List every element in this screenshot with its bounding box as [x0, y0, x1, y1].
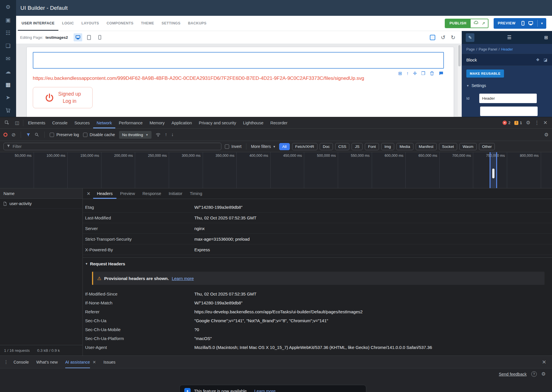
- component-icon[interactable]: ❖: [536, 57, 540, 62]
- page-canvas[interactable]: ⊞ ↑ ✛ ❐ https://eu.backendlessappcontent…: [16, 44, 462, 117]
- help-icon[interactable]: ?: [531, 371, 537, 377]
- toast-learn-more-link[interactable]: Learn more: [254, 389, 275, 392]
- export-har-icon[interactable]: ↓: [171, 132, 174, 138]
- database-icon[interactable]: ☷: [5, 29, 12, 36]
- device-desktop-button[interactable]: [74, 33, 82, 41]
- filter-field[interactable]: [3, 143, 221, 150]
- redo-icon[interactable]: ↻: [451, 34, 455, 41]
- filter-toggle-icon[interactable]: [26, 133, 30, 137]
- details-tab-headers[interactable]: Headers: [93, 188, 116, 199]
- details-tab-response[interactable]: Response: [139, 188, 165, 199]
- add-block-icon[interactable]: ⊞: [398, 71, 402, 76]
- settings-section-toggle[interactable]: ▼ Settings: [462, 82, 552, 90]
- chip-socket[interactable]: Socket: [439, 143, 457, 150]
- tab-backups[interactable]: BACKUPS: [184, 16, 210, 31]
- timeline-selection-right-handle[interactable]: [496, 152, 497, 188]
- network-overview-timeline[interactable]: 50,000 ms 100,000 ms 150,000 ms 200,000 …: [0, 152, 552, 188]
- more-filters-button[interactable]: More filters ▼: [251, 144, 276, 149]
- network-conditions-icon[interactable]: [156, 132, 161, 137]
- tab-console[interactable]: Console: [49, 117, 71, 128]
- tab-memory[interactable]: Memory: [146, 117, 168, 128]
- marketplace-icon[interactable]: [5, 107, 12, 114]
- chip-other[interactable]: Other: [479, 143, 495, 150]
- details-tab-timing[interactable]: Timing: [186, 188, 206, 199]
- launch-icon[interactable]: ➤: [5, 94, 12, 101]
- kebab-menu-icon[interactable]: ⋮: [534, 120, 539, 126]
- tab-logic[interactable]: LOGIC: [58, 16, 78, 31]
- close-details-icon[interactable]: ✕: [84, 188, 93, 199]
- tab-sources[interactable]: Sources: [71, 117, 93, 128]
- move-icon[interactable]: ✛: [413, 71, 417, 76]
- chip-all[interactable]: All: [279, 143, 290, 150]
- id-input[interactable]: Header: [479, 94, 537, 103]
- selected-header-block[interactable]: [33, 52, 444, 69]
- device-phone-button[interactable]: [95, 33, 104, 41]
- chip-doc[interactable]: Doc: [320, 143, 333, 150]
- send-feedback-link[interactable]: Send feedback: [499, 372, 527, 376]
- next-property-input[interactable]: [480, 107, 538, 116]
- chip-wasm[interactable]: Wasm: [459, 143, 477, 150]
- drawer-menu-icon[interactable]: ⋮: [2, 356, 10, 368]
- drawer-tab-console[interactable]: Console: [10, 356, 32, 368]
- panel-menu-icon[interactable]: ☰: [507, 34, 511, 40]
- style-brush-icon[interactable]: ✎: [466, 33, 474, 42]
- close-tab-icon[interactable]: ✕: [93, 360, 96, 364]
- cloud-icon[interactable]: ☁: [5, 68, 12, 75]
- preview-desktop-icon[interactable]: [526, 21, 535, 26]
- learn-more-link[interactable]: Learn more: [172, 276, 194, 281]
- chip-js[interactable]: JS: [352, 143, 363, 150]
- request-headers-section-toggle[interactable]: ▼ Request Headers: [83, 257, 552, 270]
- network-settings-icon[interactable]: ⚙: [544, 132, 549, 138]
- clear-network-log-icon[interactable]: ⊘: [12, 132, 16, 138]
- files-icon[interactable]: ❏: [5, 42, 12, 49]
- throttling-select[interactable]: No throttling ▼: [119, 131, 152, 139]
- devtools-settings-icon[interactable]: ⚙: [526, 120, 530, 126]
- drawer-tab-issues[interactable]: Issues: [100, 356, 119, 368]
- request-row-user-activity[interactable]: user-activity: [0, 199, 83, 209]
- open-in-new-icon[interactable]: ↗: [482, 21, 485, 26]
- chip-manifest[interactable]: Manifest: [416, 143, 437, 150]
- preview-button[interactable]: PREVIEW: [494, 21, 520, 25]
- timeline-scrubber-handle[interactable]: [492, 169, 494, 178]
- tab-network[interactable]: Network: [93, 117, 115, 128]
- publish-button[interactable]: PUBLISH: [445, 19, 470, 28]
- drawer-close-icon[interactable]: ✕: [542, 356, 550, 368]
- disable-cache-checkbox[interactable]: Disable cache: [83, 132, 115, 137]
- breadcrumb-page-panel[interactable]: Page Panel: [479, 47, 497, 51]
- undo-icon[interactable]: ↺: [441, 34, 445, 41]
- cloud-upload-icon[interactable]: [474, 20, 479, 26]
- drawer-tab-ai-assistance[interactable]: AI assistance ✕: [62, 356, 100, 368]
- tab-settings[interactable]: SETTINGS: [158, 16, 184, 31]
- timeline-selection-left-handle[interactable]: [490, 152, 490, 188]
- signed-up-button-component[interactable]: Signed up Log in: [33, 87, 93, 108]
- move-up-icon[interactable]: ↑: [406, 71, 409, 76]
- settings-icon[interactable]: ⚙: [5, 3, 12, 10]
- details-tab-initiator[interactable]: Initiator: [165, 188, 186, 199]
- canvas-scrollbar-thumb[interactable]: [458, 45, 461, 66]
- delete-icon[interactable]: [430, 71, 434, 76]
- tab-recorder[interactable]: Recorder: [267, 117, 291, 128]
- tab-application[interactable]: Application: [168, 117, 195, 128]
- ai-settings-icon[interactable]: ⚙: [541, 371, 546, 377]
- invert-checkbox[interactable]: Invert: [225, 144, 241, 149]
- inspect-element-icon[interactable]: [2, 117, 12, 128]
- search-icon[interactable]: [34, 132, 39, 137]
- tab-theme[interactable]: THEME: [137, 16, 158, 31]
- selection-mode-button[interactable]: [430, 35, 435, 40]
- canvas-scrollbar[interactable]: [458, 45, 461, 116]
- ui-builder-icon[interactable]: ▦: [5, 81, 12, 88]
- chip-font[interactable]: Font: [365, 143, 379, 150]
- preview-dropdown-icon[interactable]: ▼: [538, 22, 546, 25]
- chip-css[interactable]: CSS: [335, 143, 350, 150]
- chip-img[interactable]: Img: [381, 143, 394, 150]
- details-tab-preview[interactable]: Preview: [116, 188, 139, 199]
- device-tablet-button[interactable]: [85, 33, 93, 41]
- drawer-tab-whats-new[interactable]: What's new: [32, 356, 62, 368]
- duplicate-icon[interactable]: ❐: [421, 71, 425, 76]
- broken-image-url-text[interactable]: https://eu.backendlessappcontent.com/999…: [33, 76, 364, 81]
- record-network-log-button[interactable]: [3, 133, 7, 137]
- tab-elements[interactable]: Elements: [24, 117, 49, 128]
- tab-performance[interactable]: Performance: [115, 117, 146, 128]
- panel-grid-icon[interactable]: ⊞: [544, 35, 548, 40]
- breadcrumb-page[interactable]: Page: [466, 47, 475, 51]
